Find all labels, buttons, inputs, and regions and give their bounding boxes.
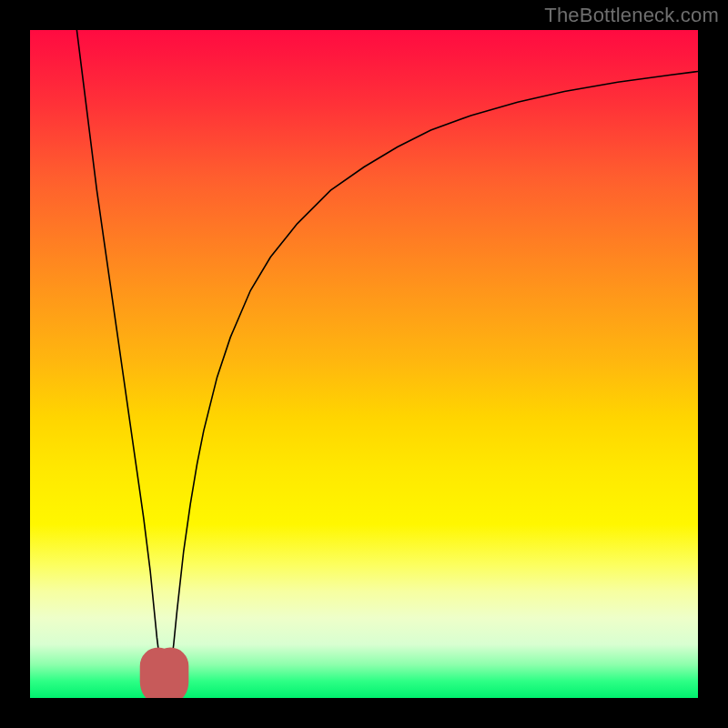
chart-frame: TheBottleneck.com bbox=[0, 0, 728, 728]
plot-area bbox=[30, 30, 698, 698]
bottleneck-curve-svg bbox=[30, 30, 698, 698]
bottleneck-curve bbox=[76, 30, 698, 682]
optimal-region-marker bbox=[158, 666, 170, 687]
watermark-text: TheBottleneck.com bbox=[544, 4, 719, 27]
